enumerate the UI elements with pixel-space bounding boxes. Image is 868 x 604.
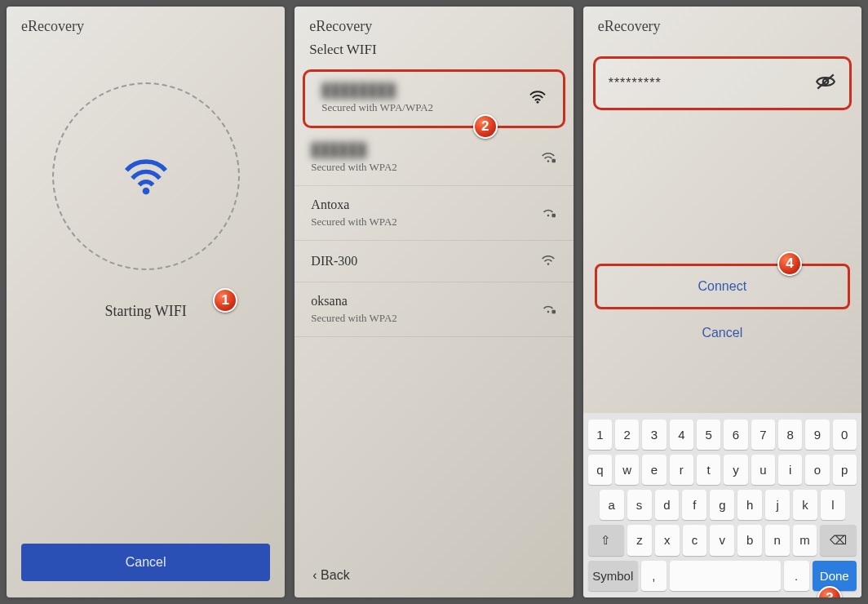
key[interactable]: w bbox=[615, 455, 639, 485]
erecovery-title: eRecovery bbox=[7, 7, 285, 42]
key[interactable]: m bbox=[793, 525, 817, 556]
key[interactable]: t bbox=[697, 455, 720, 485]
wifi-name: ████████ bbox=[321, 83, 433, 98]
back-button[interactable]: ‹ Back bbox=[294, 553, 573, 597]
key[interactable]: 4 bbox=[670, 420, 693, 450]
key[interactable]: s bbox=[627, 490, 652, 520]
svg-point-1 bbox=[536, 101, 538, 104]
wifi-signal-lock-icon bbox=[539, 300, 557, 318]
select-wifi-label: Select WIFI bbox=[294, 42, 573, 66]
svg-point-0 bbox=[142, 188, 149, 195]
key-row-bottom: Symbol , . Done bbox=[588, 561, 857, 591]
period-key[interactable]: . bbox=[784, 561, 809, 591]
key[interactable]: z bbox=[627, 525, 652, 556]
wifi-signal-icon bbox=[539, 252, 557, 270]
key[interactable]: b bbox=[737, 525, 762, 556]
key[interactable]: 5 bbox=[697, 420, 720, 450]
symbol-key[interactable]: Symbol bbox=[588, 561, 638, 591]
screenshot-triptych: eRecovery Starting WIFI 1 Cancel eRecove… bbox=[7, 7, 861, 597]
key[interactable]: 2 bbox=[615, 420, 639, 450]
shift-key[interactable]: ⇧ bbox=[588, 525, 625, 556]
key[interactable]: p bbox=[833, 455, 857, 485]
key[interactable]: 1 bbox=[588, 420, 612, 450]
wifi-security: Secured with WPA/WPA2 bbox=[321, 101, 433, 114]
step-badge-2: 2 bbox=[473, 114, 498, 139]
svg-rect-3 bbox=[551, 159, 556, 163]
key[interactable]: c bbox=[683, 525, 707, 556]
svg-point-7 bbox=[547, 311, 549, 313]
wifi-item[interactable]: Antoxa Secured with WPA2 bbox=[294, 186, 573, 241]
visibility-off-icon[interactable] bbox=[815, 73, 836, 93]
key[interactable]: r bbox=[670, 455, 693, 485]
wifi-security: Secured with WPA2 bbox=[311, 215, 396, 229]
wifi-signal-lock-icon bbox=[539, 149, 557, 167]
soft-keyboard: 1 2 3 4 5 6 7 8 9 0 q w e r t y u i o bbox=[583, 413, 861, 597]
key[interactable]: 7 bbox=[751, 420, 775, 450]
key[interactable]: v bbox=[710, 525, 734, 556]
key-row-asdf: a s d f g h j k l bbox=[588, 490, 857, 520]
svg-point-6 bbox=[547, 263, 549, 265]
wifi-network-list: ████████ Secured with WPA/WPA2 2 ██████ … bbox=[294, 66, 573, 337]
wifi-item[interactable]: oksana Secured with WPA2 bbox=[294, 282, 573, 337]
svg-line-10 bbox=[817, 74, 834, 88]
step-badge-4: 4 bbox=[777, 251, 802, 276]
chevron-left-icon: ‹ bbox=[312, 568, 321, 582]
svg-rect-8 bbox=[551, 310, 556, 314]
password-value: ********* bbox=[609, 76, 662, 91]
key[interactable]: 6 bbox=[724, 420, 747, 450]
key-row-zxcv: ⇧ z x c v b n m ⌫ bbox=[588, 525, 857, 556]
svg-point-2 bbox=[547, 160, 549, 162]
wifi-item[interactable]: ██████ Secured with WPA2 bbox=[294, 131, 573, 186]
comma-key[interactable]: , bbox=[641, 561, 666, 591]
wifi-security: Secured with WPA2 bbox=[311, 161, 396, 174]
key[interactable]: n bbox=[765, 525, 790, 556]
panel-select-wifi: eRecovery Select WIFI ████████ Secured w… bbox=[294, 7, 573, 597]
wifi-signal-lock-icon bbox=[539, 204, 557, 222]
password-input[interactable]: ********* 3 bbox=[593, 56, 852, 110]
panel-enter-password: eRecovery ********* 3 Connect 4 Cancel 1… bbox=[583, 7, 861, 597]
wifi-loading-circle bbox=[52, 82, 240, 270]
wifi-name: Antoxa bbox=[311, 198, 396, 212]
wifi-name: oksana bbox=[311, 294, 396, 309]
key[interactable]: i bbox=[778, 455, 802, 485]
key[interactable]: 8 bbox=[778, 420, 802, 450]
wifi-icon bbox=[122, 157, 170, 196]
wifi-name: ██████ bbox=[311, 143, 396, 158]
key[interactable]: q bbox=[588, 455, 612, 485]
erecovery-title: eRecovery bbox=[294, 7, 573, 42]
key[interactable]: j bbox=[765, 490, 790, 520]
key[interactable]: 0 bbox=[833, 420, 857, 450]
wifi-item-selected[interactable]: ████████ Secured with WPA/WPA2 2 bbox=[303, 69, 565, 128]
panel-starting-wifi: eRecovery Starting WIFI 1 Cancel bbox=[7, 7, 285, 597]
wifi-item[interactable]: DIR-300 bbox=[294, 241, 573, 282]
key[interactable]: h bbox=[737, 490, 762, 520]
key[interactable]: l bbox=[821, 490, 845, 520]
svg-point-4 bbox=[547, 215, 549, 217]
erecovery-title: eRecovery bbox=[583, 7, 861, 42]
key-row-qwerty: q w e r t y u i o p bbox=[588, 455, 857, 485]
connect-button[interactable]: Connect 4 bbox=[595, 264, 850, 309]
key[interactable]: 3 bbox=[642, 420, 666, 450]
key[interactable]: u bbox=[751, 455, 775, 485]
key[interactable]: y bbox=[724, 455, 747, 485]
key[interactable]: o bbox=[805, 455, 829, 485]
wifi-name: DIR-300 bbox=[311, 254, 357, 269]
key[interactable]: e bbox=[642, 455, 666, 485]
starting-wifi-label: Starting WIFI bbox=[7, 303, 285, 320]
cancel-button[interactable]: Cancel bbox=[583, 314, 861, 352]
key[interactable]: x bbox=[655, 525, 680, 556]
key[interactable]: a bbox=[600, 490, 624, 520]
wifi-security: Secured with WPA2 bbox=[311, 312, 396, 325]
space-key[interactable] bbox=[670, 561, 781, 591]
key[interactable]: f bbox=[682, 490, 706, 520]
key-row-numbers: 1 2 3 4 5 6 7 8 9 0 bbox=[588, 420, 857, 450]
key[interactable]: k bbox=[793, 490, 817, 520]
key[interactable]: g bbox=[710, 490, 734, 520]
wifi-signal-strong-icon bbox=[529, 90, 547, 108]
backspace-key[interactable]: ⌫ bbox=[820, 525, 857, 556]
svg-rect-5 bbox=[551, 214, 556, 218]
key[interactable]: 9 bbox=[805, 420, 829, 450]
cancel-button[interactable]: Cancel bbox=[21, 544, 270, 581]
key[interactable]: d bbox=[655, 490, 680, 520]
